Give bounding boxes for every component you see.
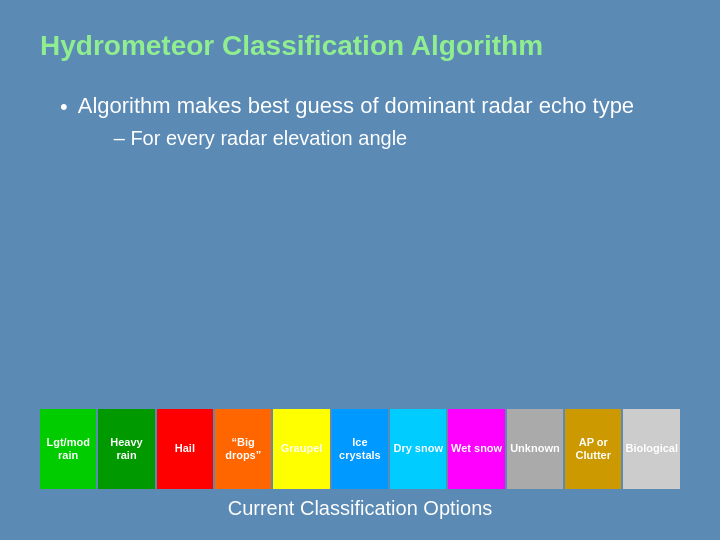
color-box-6: Dry snow <box>390 409 446 489</box>
color-box-3: “Big drops” <box>215 409 271 489</box>
color-box-10: Biological <box>623 409 680 489</box>
color-box-4: Graupel <box>273 409 329 489</box>
color-box-9: AP or Clutter <box>565 409 621 489</box>
bullet-sub-text: – For every radar elevation angle <box>78 127 634 150</box>
color-box-0: Lgt/mod rain <box>40 409 96 489</box>
bullet-section: • Algorithm makes best guess of dominant… <box>40 92 680 409</box>
bullet-main-text: Algorithm makes best guess of dominant r… <box>78 92 634 121</box>
bottom-section: Lgt/mod rainHeavy rainHail“Big drops”Gra… <box>40 409 680 520</box>
color-box-1: Heavy rain <box>98 409 154 489</box>
color-boxes-row: Lgt/mod rainHeavy rainHail“Big drops”Gra… <box>40 409 680 489</box>
slide: Hydrometeor Classification Algorithm • A… <box>0 0 720 540</box>
color-box-7: Wet snow <box>448 409 504 489</box>
color-box-5: Ice crystals <box>332 409 388 489</box>
bullet-item: • Algorithm makes best guess of dominant… <box>60 92 680 150</box>
color-box-8: Unknown <box>507 409 563 489</box>
bullet-dot: • <box>60 94 68 120</box>
slide-title: Hydrometeor Classification Algorithm <box>40 30 680 62</box>
color-box-2: Hail <box>157 409 213 489</box>
footer-label: Current Classification Options <box>40 497 680 520</box>
bullet-content: Algorithm makes best guess of dominant r… <box>78 92 634 150</box>
